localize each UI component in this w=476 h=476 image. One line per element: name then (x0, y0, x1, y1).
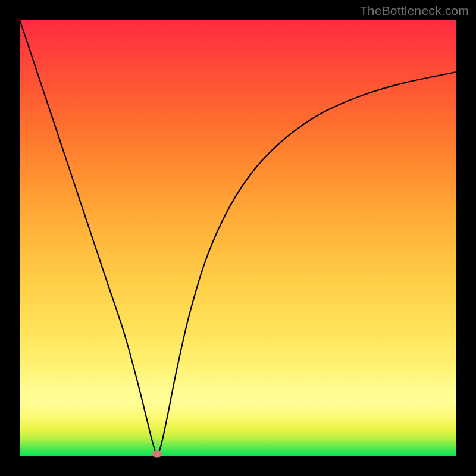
bottleneck-curve (20, 20, 456, 456)
chart-frame: TheBottleneck.com (0, 0, 476, 476)
plot-area (20, 20, 456, 456)
watermark-text: TheBottleneck.com (360, 4, 469, 18)
minimum-marker (152, 451, 162, 458)
